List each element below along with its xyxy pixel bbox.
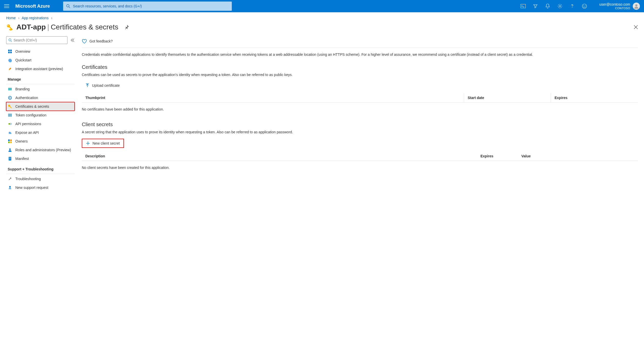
svg-point-7 [585,5,585,6]
feedback-label: Got feedback? [89,39,113,43]
sidebar-search-input[interactable] [14,38,65,42]
divider [82,48,638,48]
svg-rect-27 [9,157,11,160]
upload-icon [85,83,89,88]
sidebar-item-label: Authentication [15,96,38,100]
global-search-input[interactable] [73,4,229,8]
certificates-desc: Certificates can be used as secrets to p… [82,73,638,77]
sidebar-item-branding[interactable]: Branding [6,85,75,93]
chevron-right-icon: › [18,16,19,20]
col-expires: Expires [477,151,518,161]
divider [6,174,75,174]
sidebar-item-token-configuration[interactable]: Token configuration [6,111,75,120]
brand-label[interactable]: Microsoft Azure [15,4,50,9]
new-client-secret-button[interactable]: New client secret [82,139,124,148]
sidebar-item-api-permissions[interactable]: API permissions [6,120,75,128]
sidebar-item-integration[interactable]: Integration assistant (preview) [6,64,75,73]
feedback-icon[interactable] [582,4,587,9]
col-thumbprint: Thumbprint [82,93,464,102]
authentication-icon [8,95,12,100]
secrets-table-header: Description Expires Value [82,151,638,161]
search-icon [8,38,12,42]
page-title-row: ADT-app | Certificates & secrets [0,22,644,36]
upload-certificate-button[interactable]: Upload certificate [82,81,123,90]
topbar-icons: user@contoso.com CONTOSO [521,2,640,10]
svg-line-12 [11,41,12,42]
sidebar-item-label: Roles and administrators (Preview) [15,148,71,152]
svg-point-4 [572,7,572,8]
sidebar-item-new-support[interactable]: New support request [6,183,75,192]
svg-rect-2 [521,4,526,8]
chevron-right-icon: › [51,16,52,20]
hamburger-icon[interactable] [4,4,9,8]
svg-point-19 [8,105,10,107]
feedback-button[interactable]: Got feedback? [82,36,638,48]
client-secrets-desc: A secret string that the application use… [82,130,638,134]
svg-rect-23 [10,139,12,141]
help-icon[interactable] [570,4,575,9]
avatar [633,3,640,10]
sidebar-item-manifest[interactable]: Manifest [6,154,75,163]
sidebar-item-label: Manifest [15,157,29,161]
notifications-icon[interactable] [545,4,550,9]
sidebar-search[interactable] [6,36,67,44]
svg-rect-25 [10,142,12,143]
topbar: Microsoft Azure user@contoso.com CONTOSO [0,0,644,12]
sidebar-item-troubleshooting[interactable]: Troubleshooting [6,175,75,183]
heart-icon [82,39,87,44]
col-start-date: Start date [464,93,551,102]
svg-point-6 [583,5,584,6]
user-org: CONTOSO [599,7,630,10]
sidebar-item-certificates-secrets[interactable]: Certificates & secrets [6,102,75,111]
sidebar-item-label: New support request [15,186,48,190]
sidebar-item-label: API permissions [15,122,41,126]
breadcrumb-app-registrations[interactable]: App registrations [22,16,49,20]
directory-filter-icon[interactable] [533,4,538,9]
page-title-app: ADT-app [16,23,46,31]
svg-point-20 [8,123,10,125]
sidebar-item-label: Expose an API [15,131,39,135]
sidebar-item-roles[interactable]: Roles and administrators (Preview) [6,146,75,154]
svg-point-28 [9,186,11,188]
svg-rect-17 [8,88,12,90]
svg-rect-24 [8,142,10,143]
search-icon [66,4,70,8]
cloud-shell-icon[interactable] [521,4,526,9]
sidebar-item-label: Integration assistant (preview) [15,67,63,71]
breadcrumb-home[interactable]: Home [6,16,16,20]
upload-certificate-label: Upload certificate [92,83,120,88]
svg-rect-13 [8,50,10,51]
key-icon [6,24,13,31]
svg-rect-16 [10,52,12,53]
col-expires: Expires [551,93,638,102]
sidebar-item-owners[interactable]: Owners [6,137,75,146]
pin-icon[interactable] [124,25,129,29]
branding-icon [8,87,12,91]
svg-point-11 [9,39,11,41]
sidebar-item-label: Quickstart [15,58,31,62]
user-account[interactable]: user@contoso.com CONTOSO [599,2,640,10]
main-content: Got feedback? Credentials enable confide… [79,36,644,197]
secrets-empty-message: No client secrets have been created for … [82,161,638,180]
overview-icon [8,49,12,54]
sidebar-item-authentication[interactable]: Authentication [6,93,75,102]
certificates-empty-message: No certificates have been added for this… [82,103,638,122]
sidebar-item-label: Troubleshooting [15,177,41,181]
quickstart-icon [8,58,12,62]
sidebar-item-expose-api[interactable]: Expose an API [6,128,75,137]
close-icon[interactable] [634,25,638,29]
svg-point-10 [7,25,8,26]
sidebar-item-overview[interactable]: Overview [6,47,75,56]
api-permissions-icon [8,122,12,126]
collapse-sidebar-icon[interactable] [71,38,75,42]
svg-point-3 [559,5,561,7]
global-search[interactable] [63,2,232,11]
plus-icon [86,141,90,145]
rocket-icon [8,67,12,71]
svg-rect-22 [8,139,10,141]
sidebar-item-quickstart[interactable]: Quickstart [6,56,75,64]
key-icon [8,104,12,109]
svg-point-26 [9,148,11,150]
page-title-section: Certificates & secrets [51,23,118,31]
settings-icon[interactable] [557,4,562,9]
